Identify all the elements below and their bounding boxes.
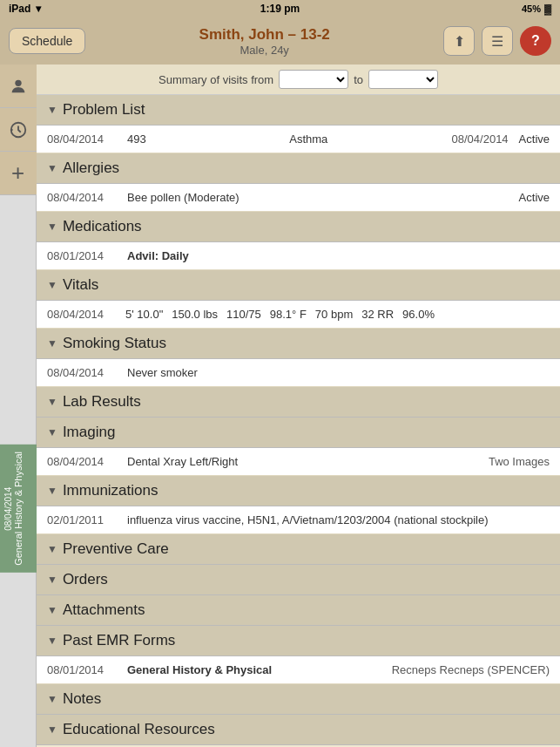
past-emr-forms-header[interactable]: ▼ Past EMR Forms — [37, 626, 560, 656]
immunizations-row: 02/01/2011 influenza virus vaccine, H5N1… — [37, 506, 560, 534]
allergies-row: 08/04/2014 Bee pollen (Moderate) Active — [37, 184, 560, 212]
schedule-button[interactable]: Schedule — [9, 28, 85, 54]
battery-label: 45% — [522, 3, 541, 14]
patient-info: Male, 24y — [85, 44, 443, 57]
header-icons: ⬆ ☰ ? — [443, 26, 551, 56]
vitals-rr: 32 RR — [361, 308, 394, 321]
summary-to-label: to — [354, 73, 363, 86]
problem-date: 08/04/2014 — [47, 132, 117, 146]
past-emr-provider: Recneps Recneps (SPENCER) — [392, 663, 550, 676]
attachments-title: Attachments — [63, 601, 145, 619]
imaging-header[interactable]: ▼ Imaging — [37, 418, 560, 448]
imaging-date: 08/04/2014 — [47, 455, 117, 468]
allergy-status: Active — [519, 191, 550, 204]
vitals-pulse: 70 bpm — [315, 308, 353, 321]
vitals-o2: 96.0% — [402, 308, 435, 321]
notes-header[interactable]: ▼ Notes — [37, 684, 560, 715]
problem-list-row: 08/04/2014 493 Asthma 08/04/2014 Active — [37, 126, 560, 153]
medications-header[interactable]: ▼ Medications — [37, 212, 560, 242]
lab-results-header[interactable]: ▼ Lab Results — [37, 387, 560, 418]
immunizations-triangle: ▼ — [47, 485, 57, 497]
sidebar-rotated-section[interactable]: 08/04/2014 General History & Physical — [0, 445, 37, 573]
wifi-icon: ▾ — [36, 3, 41, 15]
status-left: iPad ▾ — [9, 3, 41, 15]
vitals-row: 08/04/2014 5' 10.0" 150.0 lbs 110/75 98.… — [37, 301, 560, 329]
problem-date2: 08/04/2014 — [452, 132, 509, 146]
sidebar-add-button[interactable]: + — [0, 152, 37, 195]
summary-from-select[interactable] — [279, 70, 348, 89]
status-bar: iPad ▾ 1:19 pm 45% ▓ — [0, 0, 560, 17]
preventive-triangle: ▼ — [47, 543, 57, 555]
problem-list-header[interactable]: ▼ Problem List — [37, 95, 560, 126]
smoking-status-header[interactable]: ▼ Smoking Status — [37, 329, 560, 359]
lab-triangle: ▼ — [47, 396, 57, 408]
vitals-title: Vitals — [63, 276, 98, 294]
vitals-bp: 110/75 — [226, 308, 261, 321]
battery-icon: ▓ — [544, 3, 551, 14]
imaging-row: 08/04/2014 Dental Xray Left/Right Two Im… — [37, 448, 560, 476]
help-button[interactable]: ? — [520, 26, 551, 56]
smoking-date: 08/04/2014 — [47, 366, 117, 379]
vitals-date: 08/04/2014 — [47, 308, 117, 321]
smoking-title: Smoking Status — [63, 335, 166, 352]
imaging-triangle: ▼ — [47, 426, 57, 438]
smoking-description: Never smoker — [127, 366, 550, 379]
vitals-height: 5' 10.0" — [125, 308, 163, 321]
imaging-description: Dental Xray Left/Right — [127, 455, 478, 468]
attachments-header[interactable]: ▼ Attachments — [37, 595, 560, 626]
immunizations-header[interactable]: ▼ Immunizations — [37, 476, 560, 506]
medications-triangle: ▼ — [47, 221, 57, 233]
medication-date: 08/01/2014 — [47, 249, 117, 262]
educational-triangle: ▼ — [47, 723, 57, 736]
preventive-care-header[interactable]: ▼ Preventive Care — [37, 534, 560, 565]
problem-code: 493 — [127, 132, 279, 146]
lab-title: Lab Results — [63, 393, 141, 411]
educational-title: Educational Resources — [63, 721, 215, 738]
past-emr-title: Past EMR Forms — [63, 632, 175, 649]
orders-triangle: ▼ — [47, 574, 57, 586]
status-right: 45% ▓ — [522, 3, 551, 14]
main-container: + 08/04/2014 General History & Physical … — [0, 65, 560, 747]
immunization-date: 02/01/2011 — [47, 513, 117, 526]
header-center: Smith, John – 13-2 Male, 24y — [85, 26, 443, 57]
sidebar-rotated-date: 08/04/2014 — [3, 452, 13, 566]
sidebar-history-icon[interactable] — [0, 108, 37, 152]
orders-title: Orders — [63, 571, 108, 588]
notes-title: Notes — [63, 690, 101, 708]
past-emr-triangle: ▼ — [47, 635, 57, 647]
immunizations-title: Immunizations — [63, 482, 159, 499]
vitals-temp: 98.1° F — [270, 308, 307, 321]
past-emr-date: 08/01/2014 — [47, 663, 117, 676]
allergies-header[interactable]: ▼ Allergies — [37, 153, 560, 184]
content-area: Summary of visits from to ▼ Problem List… — [37, 65, 560, 747]
medications-row: 08/01/2014 Advil: Daily — [37, 242, 560, 270]
status-time: 1:19 pm — [260, 3, 300, 15]
orders-header[interactable]: ▼ Orders — [37, 565, 560, 595]
patient-name: Smith, John – 13-2 — [85, 26, 443, 44]
problem-list-title: Problem List — [63, 101, 145, 119]
allergy-description: Bee pollen (Moderate) — [127, 191, 509, 204]
past-emr-row: 08/01/2014 General History & Physical Re… — [37, 656, 560, 684]
menu-button[interactable]: ☰ — [482, 26, 513, 56]
educational-resources-header[interactable]: ▼ Educational Resources — [37, 715, 560, 745]
summary-bar: Summary of visits from to — [37, 65, 560, 95]
summary-to-select[interactable] — [368, 70, 438, 89]
problem-list-triangle: ▼ — [47, 104, 57, 116]
allergies-title: Allergies — [63, 160, 119, 177]
past-emr-description: General History & Physical — [127, 663, 381, 676]
imaging-title: Imaging — [63, 424, 115, 441]
preventive-title: Preventive Care — [63, 540, 169, 558]
vitals-triangle: ▼ — [47, 279, 57, 291]
vitals-header[interactable]: ▼ Vitals — [37, 270, 560, 301]
sidebar-person-icon[interactable] — [0, 65, 37, 108]
problem-status: Active — [519, 132, 550, 146]
medications-title: Medications — [63, 218, 142, 235]
allergy-date: 08/04/2014 — [47, 191, 117, 204]
summary-label: Summary of visits from — [159, 73, 273, 86]
problem-description: Asthma — [289, 132, 441, 146]
sidebar-rotated-label-text: General History & Physical — [13, 452, 24, 566]
smoking-row: 08/04/2014 Never smoker — [37, 359, 560, 387]
imaging-extra: Two Images — [489, 455, 550, 468]
carrier-label: iPad — [9, 3, 30, 15]
share-button[interactable]: ⬆ — [443, 26, 475, 56]
